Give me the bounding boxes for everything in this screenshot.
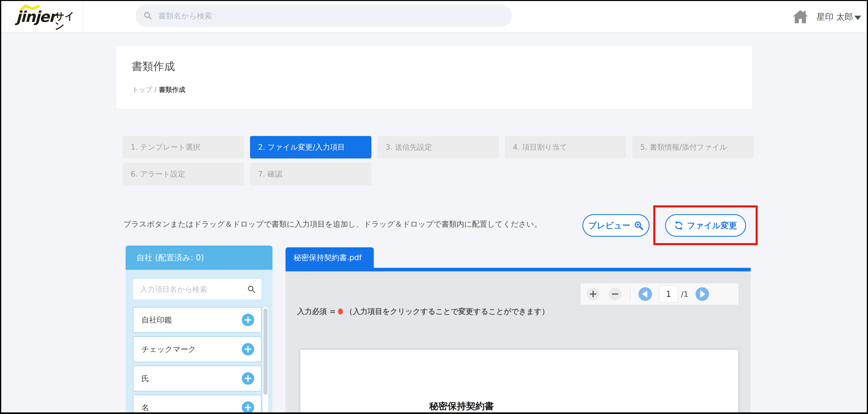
step-tab-label: 5. 書類情報/添付ファイル — [640, 142, 727, 152]
step-tab-label: 3. 送信先設定 — [385, 142, 432, 152]
file-change-button-label: ファイル変更 — [687, 220, 737, 231]
preview-button[interactable]: プレビュー — [583, 214, 650, 237]
breadcrumb-parent[interactable]: トップ — [132, 86, 152, 93]
step-tab-label: 7. 確認 — [258, 169, 282, 179]
page-title: 書類作成 — [132, 59, 175, 74]
field-panel: 自社 (配置済み: 0) 自社印鑑 チェックマーク 氏 名 — [126, 246, 273, 414]
user-name[interactable]: 星印 太郎 — [817, 11, 853, 23]
step-tab-3[interactable]: 3. 送信先設定 — [377, 136, 499, 158]
step-tab-label: 6. アラート設定 — [131, 169, 185, 179]
home-icon — [793, 10, 808, 24]
field-panel-header: 自社 (配置済み: 0) — [126, 246, 273, 270]
add-field-button[interactable] — [242, 314, 254, 326]
viewer-toolbar: /1 — [581, 283, 738, 305]
app-header: jinjer サイン 星印 太郎 — [0, 0, 868, 32]
title-card: 書類作成 トップ / 書類作成 — [116, 46, 752, 109]
zoom-in-button[interactable] — [587, 288, 599, 300]
global-search — [135, 4, 512, 27]
add-field-button[interactable] — [242, 372, 254, 385]
step-tab-4[interactable]: 4. 項目割り当て — [505, 136, 626, 158]
breadcrumb-separator: / — [152, 86, 159, 93]
preview-button-label: プレビュー — [589, 220, 630, 231]
search-icon — [144, 11, 152, 20]
field-search-box — [133, 279, 261, 300]
page-number-input[interactable] — [659, 286, 678, 302]
field-item-last-name[interactable]: 氏 — [133, 365, 261, 391]
document-file-tab-label: 秘密保持契約書.pdf — [293, 247, 362, 268]
step-tab-7[interactable]: 7. 確認 — [250, 163, 371, 185]
search-icon — [247, 285, 256, 293]
panel-scrollbar-thumb[interactable] — [264, 309, 268, 395]
step-tab-label: 2. ファイル変更/入力項目 — [258, 142, 345, 152]
frame-bottom — [0, 412, 868, 414]
field-item-label: 自社印鑑 — [142, 308, 172, 332]
logo-suffix: サイン — [55, 11, 80, 31]
field-search-input[interactable] — [140, 279, 245, 299]
step-tab-5[interactable]: 5. 書類情報/添付ファイル — [632, 136, 754, 158]
required-legend-prefix: 入力必須 = — [297, 307, 336, 317]
breadcrumb: トップ / 書類作成 — [132, 85, 185, 94]
refresh-icon — [674, 221, 683, 230]
pdf-page-canvas[interactable] — [300, 350, 738, 414]
file-change-button[interactable]: ファイル変更 — [665, 214, 746, 237]
header-divider — [82, 0, 83, 32]
step-tab-1[interactable]: 1. テンプレート選択 — [123, 136, 244, 158]
required-legend: 入力必須 = （入力項目をクリックすることで変更することができます） — [297, 307, 549, 317]
zoom-in-icon — [634, 221, 644, 230]
prev-page-icon — [642, 290, 647, 298]
next-page-button[interactable] — [695, 287, 709, 301]
field-item-company-seal[interactable]: 自社印鑑 — [133, 307, 261, 333]
field-panel-title: 自社 (配置済み: 0) — [136, 246, 204, 270]
field-item-first-name[interactable]: 名 — [133, 395, 261, 414]
frame-right — [867, 0, 868, 414]
jinjer-sign-logo[interactable]: jinjer サイン — [8, 0, 80, 32]
required-legend-suffix: （入力項目をクリックすることで変更することができます） — [345, 307, 549, 317]
user-menu-caret-icon[interactable] — [855, 15, 861, 20]
step-tab-6[interactable]: 6. アラート設定 — [123, 163, 244, 185]
document-file-tab[interactable]: 秘密保持契約書.pdf — [285, 247, 374, 268]
pdf-document-title: 秘密保持契約書 — [411, 400, 512, 412]
add-field-button[interactable] — [242, 343, 254, 355]
step-tab-label: 1. テンプレート選択 — [131, 142, 200, 152]
next-page-icon — [700, 290, 706, 298]
field-item-checkmark[interactable]: チェックマーク — [133, 337, 261, 362]
prev-page-button[interactable] — [639, 287, 652, 301]
app-screen: jinjer サイン 星印 太郎 書類作成 トップ / 書類作成 1. テンプレ… — [0, 0, 868, 414]
add-field-button[interactable] — [242, 401, 254, 414]
document-tab-bar — [285, 268, 751, 272]
search-input[interactable] — [158, 4, 500, 27]
field-item-label: 名 — [142, 395, 149, 414]
frame-left — [0, 0, 1, 414]
logo-wordmark: jinjer — [16, 9, 56, 24]
frame-top — [0, 0, 868, 1]
zoom-out-button[interactable] — [609, 288, 622, 300]
home-button[interactable] — [793, 10, 809, 24]
step-tab-2-active[interactable]: 2. ファイル変更/入力項目 — [250, 136, 371, 158]
toolbar-divider — [630, 287, 630, 301]
required-dot-icon — [338, 309, 343, 315]
breadcrumb-current: 書類作成 — [159, 86, 185, 93]
step-tab-label: 4. 項目割り当て — [513, 142, 567, 152]
field-item-label: チェックマーク — [142, 337, 196, 362]
instruction-text: プラスボタンまたはドラッグ＆ドロップで書類に入力項目を追加し、ドラッグ＆ドロップ… — [123, 219, 595, 229]
page-total-label: /1 — [681, 283, 688, 305]
field-item-label: 氏 — [142, 366, 149, 391]
